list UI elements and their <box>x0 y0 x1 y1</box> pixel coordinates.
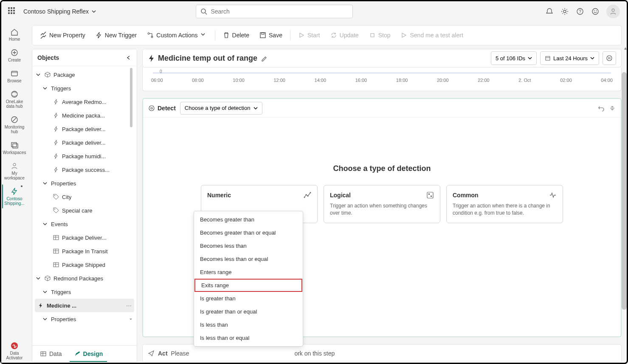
feedback-icon[interactable] <box>591 7 600 16</box>
logic-icon <box>426 191 434 199</box>
dropdown-arrow-icon[interactable] <box>128 316 133 322</box>
more-icon[interactable]: ⋯ <box>126 302 132 309</box>
act-text-after: ork on this step <box>294 350 335 357</box>
search-input[interactable] <box>211 8 348 15</box>
detection-card-common[interactable]: Common Trigger an action when there is a… <box>446 185 563 223</box>
rail-monitoring[interactable]: Monitoring hub <box>2 113 26 137</box>
bolt-icon <box>37 302 44 309</box>
tree-event-item[interactable]: Package Shipped <box>32 258 137 272</box>
menu-item-is-greater-eq[interactable]: Is greater than or equal <box>194 305 303 318</box>
rail-monitoring-label: Monitoring hub <box>3 125 26 134</box>
app-name-label: Contoso Shipping Reflex <box>23 8 89 15</box>
timeline-tick: 20:00 <box>437 78 449 83</box>
scrollbar-thumb[interactable] <box>130 68 132 127</box>
right-scrollbar-thumb[interactable] <box>622 72 627 310</box>
menu-item-becomes-less-eq[interactable]: Becomes less than or equal <box>194 252 303 266</box>
timeline-tick: 22:00 <box>478 78 490 83</box>
rail-my-workspace[interactable]: My workspace <box>2 159 26 183</box>
settings-gear-icon[interactable] <box>560 7 569 16</box>
tree-property-item[interactable]: City <box>32 190 137 204</box>
tab-design[interactable]: Design <box>70 347 107 362</box>
tree-node-triggers[interactable]: Triggers <box>32 81 137 95</box>
pen-icon <box>74 350 81 357</box>
tree-trigger-item[interactable]: Medicine packa... <box>32 109 137 122</box>
svg-rect-26 <box>41 352 46 356</box>
detect-header: Detect Choose a type of detection <box>143 99 621 118</box>
save-button[interactable]: Save <box>255 28 287 42</box>
collapse-panel-icon[interactable] <box>126 55 132 61</box>
rail-home[interactable]: Home <box>2 25 26 44</box>
tree-trigger-item[interactable]: Average Redmo... <box>32 95 137 109</box>
undo-icon[interactable] <box>598 105 605 112</box>
svg-rect-37 <box>431 196 432 197</box>
detection-card-logical[interactable]: Logical Trigger an action when something… <box>324 185 440 223</box>
new-trigger-button[interactable]: New Trigger <box>91 28 141 42</box>
rail-workspaces[interactable]: Workspaces <box>2 138 26 157</box>
tree-node-properties[interactable]: Properties <box>32 176 137 190</box>
search-box[interactable] <box>196 5 353 18</box>
svg-rect-23 <box>54 235 59 240</box>
tree-property-item[interactable]: Special care <box>32 204 137 217</box>
notifications-icon[interactable] <box>545 7 554 16</box>
bolt-icon <box>148 54 155 62</box>
tree-node-redmond[interactable]: Redmond Packages <box>32 272 137 285</box>
detection-type-dropdown[interactable]: Choose a type of detection <box>180 102 263 115</box>
send-icon <box>148 350 155 357</box>
help-icon[interactable]: ? <box>576 7 584 16</box>
tree-node-events[interactable]: Events <box>32 217 137 231</box>
send-test-alert-button[interactable]: Send me a test alert <box>396 28 467 42</box>
tree-trigger-item[interactable]: Package deliver... <box>32 136 137 149</box>
tree-event-item[interactable]: Package Deliver... <box>32 231 137 244</box>
app-launcher-icon[interactable] <box>8 7 17 16</box>
menu-item-enters-range[interactable]: Enters range <box>194 266 303 279</box>
reset-icon[interactable] <box>609 105 616 112</box>
delete-button[interactable]: Delete <box>219 28 253 42</box>
menu-item-is-greater-than[interactable]: Is greater than <box>194 292 303 305</box>
rail-data-activator[interactable]: Data Activator <box>2 339 26 363</box>
timerange-dropdown[interactable]: Last 24 Hours <box>540 51 599 65</box>
menu-item-is-less-than[interactable]: Is less than <box>194 318 303 331</box>
tree-trigger-item[interactable]: Package deliver... <box>32 122 137 136</box>
menu-item-is-less-eq[interactable]: Is less than or equal <box>194 331 303 344</box>
tree-trigger-item[interactable]: Package humidi... <box>32 149 137 163</box>
svg-rect-12 <box>11 143 17 147</box>
menu-item-exits-range[interactable]: Exits range <box>194 279 302 292</box>
timeline-tick: 06:00 <box>151 78 163 83</box>
pause-button[interactable] <box>603 51 616 65</box>
menu-item-becomes-less-than[interactable]: Becomes less than <box>194 239 303 252</box>
menu-item-becomes-greater-than[interactable]: Becomes greater than <box>194 213 303 226</box>
tree-selected-trigger[interactable]: Medicine ...⋯ <box>35 299 134 312</box>
svg-point-34 <box>310 192 311 193</box>
custom-actions-button[interactable]: Custom Actions <box>143 28 211 42</box>
tree-node-redmond-triggers[interactable]: Triggers <box>32 285 137 299</box>
update-button[interactable]: Update <box>326 28 363 42</box>
user-avatar[interactable] <box>606 5 620 18</box>
tab-data[interactable]: Data <box>36 347 66 362</box>
rail-onelake[interactable]: OneLake data hub <box>2 87 26 111</box>
timeline-tick: 04:00 <box>601 78 613 83</box>
app-name-dropdown[interactable]: Contoso Shipping Reflex <box>23 8 96 15</box>
rail-create[interactable]: Create <box>2 46 26 65</box>
act-bar: Act Please ork on this step <box>142 344 622 363</box>
rail-browse[interactable]: Browse <box>2 67 26 86</box>
bolt-icon <box>53 126 59 132</box>
ids-dropdown[interactable]: 5 of 106 IDs <box>491 51 537 65</box>
tree-event-item[interactable]: Package In Transit <box>32 244 137 258</box>
topbar: Contoso Shipping Reflex ? <box>1 1 627 22</box>
rail-active-label: Contoso Shipping... <box>3 196 26 206</box>
edit-icon[interactable] <box>261 55 268 62</box>
svg-rect-25 <box>54 263 59 267</box>
start-button[interactable]: Start <box>294 28 324 42</box>
scroll-arrow-up[interactable]: ▲ <box>623 46 628 50</box>
svg-point-0 <box>201 9 206 13</box>
tree-node-package[interactable]: Package <box>32 68 137 81</box>
objects-header: Objects <box>32 49 137 66</box>
calendar-icon <box>545 55 551 61</box>
tree-trigger-item[interactable]: Package success... <box>32 163 137 176</box>
tree-node-redmond-properties[interactable]: Properties <box>32 312 137 326</box>
new-property-button[interactable]: New Property <box>36 28 90 42</box>
timeline-zero-label: 0 <box>160 69 162 74</box>
stop-button[interactable]: Stop <box>365 28 395 42</box>
rail-contoso-active[interactable]: Contoso Shipping... <box>2 185 26 208</box>
menu-item-becomes-greater-eq[interactable]: Becomes greater than or equal <box>194 226 303 239</box>
